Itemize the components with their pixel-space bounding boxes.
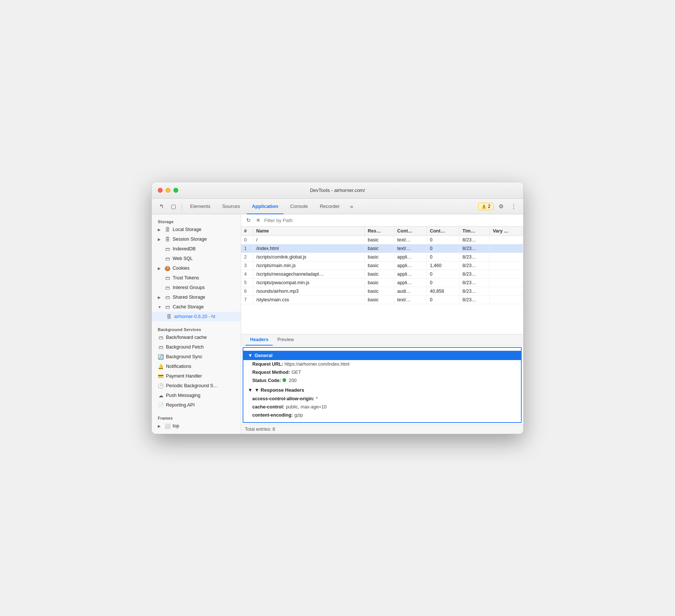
- cursor-icon[interactable]: ↰: [156, 201, 167, 212]
- cell-res: basic: [365, 279, 394, 287]
- sidebar-item-session-storage[interactable]: ▶ 🗄 Session Storage: [152, 234, 241, 244]
- filter-input[interactable]: [264, 218, 519, 223]
- cell-tim: 8/23…: [459, 287, 489, 296]
- request-url-key: Request URL:: [252, 362, 283, 367]
- arrow-icon: ▶: [158, 266, 162, 270]
- request-method-key: Request Method:: [252, 370, 290, 375]
- inspect-icon[interactable]: ▢: [168, 201, 179, 212]
- minimize-button[interactable]: [166, 188, 170, 193]
- tab-recorder[interactable]: Recorder: [314, 201, 345, 212]
- db-icon: 🗃: [164, 285, 170, 291]
- cell-cont2: 0: [427, 244, 460, 253]
- sidebar-item-bg-fetch[interactable]: 🗃 Background Fetch: [152, 342, 241, 352]
- payment-icon: 💳: [158, 373, 164, 379]
- sidebar-item-cookies[interactable]: ▶ 🍪 Cookies: [152, 263, 241, 273]
- detail-content: ▼ General Request URL: https://airhorner…: [243, 347, 522, 423]
- cell-name: /scripts/pwacompat.min.js: [253, 279, 365, 287]
- periodic-bg-label: Periodic Background S…: [166, 383, 218, 388]
- rh-key: cache-control:: [252, 404, 284, 410]
- detail-tab-preview[interactable]: Preview: [273, 334, 298, 346]
- tab-sources[interactable]: Sources: [217, 201, 245, 212]
- db-icon: 🗃: [164, 275, 170, 281]
- cell-res: basic: [365, 296, 394, 304]
- sidebar-item-reporting-api[interactable]: 📄 Reporting API: [152, 400, 241, 410]
- tab-elements[interactable]: Elements: [185, 201, 215, 212]
- rh-key: content-encoding:: [252, 413, 293, 418]
- refresh-button[interactable]: ↻: [245, 216, 252, 224]
- sidebar-item-shared-storage[interactable]: ▶ 🗃 Shared Storage: [152, 292, 241, 302]
- bell-icon: 🔔: [158, 364, 164, 369]
- table-row[interactable]: 2 /scripts/comlink.global.js basic appli…: [241, 253, 523, 262]
- cell-cont2: 40,858: [427, 287, 460, 296]
- cell-name: /scripts/main.min.js: [253, 262, 365, 270]
- cell-cont1: appli…: [394, 279, 427, 287]
- table-row[interactable]: 5 /scripts/pwacompat.min.js basic appli……: [241, 279, 523, 287]
- cell-vary: [490, 236, 523, 244]
- request-url-val: https://airhorner.com/index.html: [285, 362, 349, 367]
- more-options-icon[interactable]: ⋮: [508, 201, 519, 212]
- sidebar-item-payment-handler[interactable]: 💳 Payment Handler: [152, 371, 241, 381]
- shared-storage-label: Shared Storage: [173, 295, 205, 300]
- cell-cont2: 0: [427, 236, 460, 244]
- sidebar-item-cache-entry[interactable]: 🗄 airhorner-0.6.20 - ht: [152, 312, 241, 321]
- local-storage-label: Local Storage: [173, 227, 201, 232]
- cache-storage-label: Cache Storage: [173, 304, 204, 309]
- table-row[interactable]: 4 /scripts/messagechanneladapt… basic ap…: [241, 270, 523, 279]
- cell-num: 0: [241, 236, 253, 244]
- tab-application[interactable]: Application: [247, 201, 284, 212]
- table-row[interactable]: 3 /scripts/main.min.js basic appli… 1,46…: [241, 262, 523, 270]
- sidebar-item-local-storage[interactable]: ▶ 🗄 Local Storage: [152, 225, 241, 234]
- sidebar-item-web-sql[interactable]: ▶ 🗃 Web SQL: [152, 254, 241, 263]
- sidebar-item-push-messaging[interactable]: ☁ Push Messaging: [152, 391, 241, 400]
- table-row[interactable]: 6 /sounds/airhorn.mp3 basic audi… 40,858…: [241, 287, 523, 296]
- cell-cont2: 0: [427, 296, 460, 304]
- warning-badge[interactable]: ⚠️ 2: [478, 203, 493, 210]
- close-button[interactable]: [158, 188, 163, 193]
- sidebar-item-periodic-bg[interactable]: 🕐 Periodic Background S…: [152, 381, 241, 391]
- sidebar-item-top[interactable]: ▶ ⬜ top: [152, 421, 241, 431]
- tab-console[interactable]: Console: [285, 201, 313, 212]
- sidebar-item-notifications[interactable]: 🔔 Notifications: [152, 362, 241, 371]
- detail-tab-headers[interactable]: Headers: [246, 334, 273, 346]
- cell-res: basic: [365, 262, 394, 270]
- frames-header: Frames: [152, 414, 241, 421]
- bg-sync-label: Background Sync: [166, 354, 202, 359]
- more-tabs-icon[interactable]: »: [346, 201, 357, 212]
- frame-icon: ⬜: [164, 423, 170, 429]
- session-storage-label: Session Storage: [173, 237, 207, 242]
- status-dot: [282, 378, 286, 382]
- status-code-row: Status Code: 200: [243, 376, 521, 385]
- cell-cont2: 0: [427, 253, 460, 262]
- sidebar-item-back-forward[interactable]: 🗃 Back/forward cache: [152, 333, 241, 342]
- storage-icon: 🗄: [164, 227, 170, 232]
- cell-vary: [490, 253, 523, 262]
- cell-vary: [490, 296, 523, 304]
- sidebar-item-bg-sync[interactable]: 🔄 Background Sync: [152, 352, 241, 362]
- response-header-row: cache-control: public, max-age=10: [243, 403, 521, 411]
- sidebar-item-trust-tokens[interactable]: ▶ 🗃 Trust Tokens: [152, 273, 241, 283]
- cell-vary: [490, 287, 523, 296]
- cell-res: basic: [365, 253, 394, 262]
- response-headers-section[interactable]: ▼ ▼ Response Headers: [243, 385, 521, 395]
- cell-cont1: text/…: [394, 296, 427, 304]
- table-row[interactable]: 1 /index.html basic text/… 0 8/23…: [241, 244, 523, 253]
- arrow-icon: ▶: [158, 424, 162, 428]
- sidebar-item-indexeddb[interactable]: ▶ 🗃 IndexedDB: [152, 244, 241, 254]
- total-entries: Total entries: 8: [245, 427, 275, 432]
- cell-cont1: text/…: [394, 236, 427, 244]
- col-cont2: Cont…: [427, 227, 460, 236]
- settings-icon[interactable]: ⚙: [496, 201, 506, 212]
- cell-num: 4: [241, 270, 253, 279]
- maximize-button[interactable]: [173, 188, 178, 193]
- col-cont1: Cont…: [394, 227, 427, 236]
- rh-val: public, max-age=10: [286, 404, 326, 410]
- cell-res: basic: [365, 236, 394, 244]
- general-section-header[interactable]: ▼ General: [243, 351, 521, 360]
- clear-button[interactable]: ✕: [255, 216, 262, 224]
- sidebar-item-interest-groups[interactable]: ▶ 🗃 Interest Groups: [152, 283, 241, 292]
- sidebar-item-cache-storage[interactable]: ▼ 🗃 Cache Storage: [152, 302, 241, 312]
- table-row[interactable]: 7 /styles/main.css basic text/… 0 8/23…: [241, 296, 523, 304]
- push-messaging-label: Push Messaging: [166, 393, 200, 398]
- back-forward-label: Back/forward cache: [166, 335, 207, 340]
- table-row[interactable]: 0 / basic text/… 0 8/23…: [241, 236, 523, 244]
